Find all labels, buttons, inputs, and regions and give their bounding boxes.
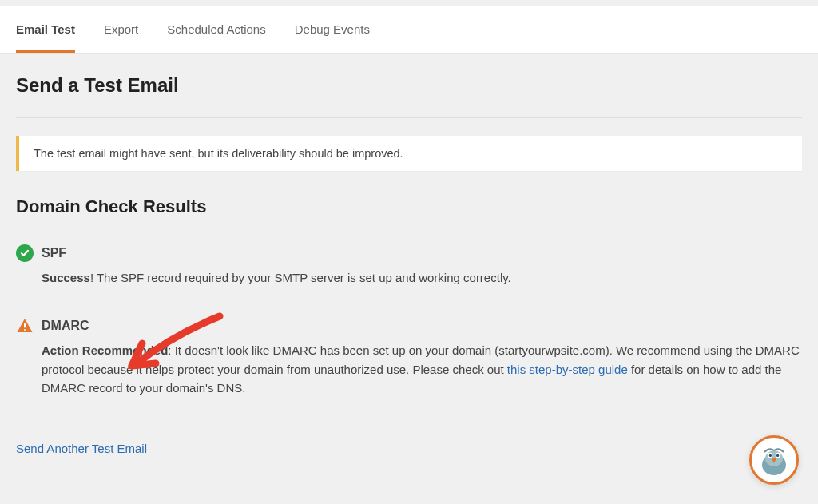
deliverability-notice: The test email might have sent, but its … [16, 136, 802, 171]
chat-avatar-button[interactable] [749, 435, 799, 485]
result-dmarc-status: Action Recommended [42, 343, 168, 357]
result-dmarc-title: DMARC [42, 319, 89, 333]
result-dmarc-body: Action Recommended: It doesn't look like… [42, 341, 802, 397]
page-title: Send a Test Email [16, 74, 802, 97]
section-title-domain-check: Domain Check Results [16, 196, 802, 217]
result-dmarc-header: DMARC [16, 317, 802, 335]
tab-debug-events[interactable]: Debug Events [295, 6, 370, 52]
svg-point-7 [776, 454, 779, 457]
check-circle-icon [16, 244, 34, 262]
svg-rect-0 [24, 323, 26, 328]
dmarc-guide-link[interactable]: this step-by-step guide [507, 363, 628, 376]
divider [16, 117, 802, 118]
tab-email-test[interactable]: Email Test [16, 6, 75, 53]
top-spacer [0, 0, 818, 6]
warning-triangle-icon [16, 317, 34, 335]
pigeon-icon [755, 441, 793, 479]
result-spf-message: ! The SPF record required by your SMTP s… [90, 271, 511, 284]
tab-bar: Email Test Export Scheduled Actions Debu… [0, 6, 818, 54]
svg-rect-1 [24, 329, 26, 331]
tab-export[interactable]: Export [104, 6, 138, 52]
result-spf-title: SPF [42, 246, 66, 260]
svg-point-6 [769, 454, 772, 457]
result-spf-body: Success! The SPF record required by your… [42, 268, 802, 287]
result-spf-header: SPF [16, 244, 802, 262]
result-spf-status: Success [42, 271, 90, 284]
tab-scheduled-actions[interactable]: Scheduled Actions [167, 6, 265, 52]
result-dmarc: DMARC Action Recommended: It doesn't loo… [16, 317, 802, 397]
result-spf: SPF Success! The SPF record required by … [16, 244, 802, 287]
send-another-link[interactable]: Send Another Test Email [16, 442, 147, 455]
content-area: Send a Test Email The test email might h… [0, 54, 818, 472]
